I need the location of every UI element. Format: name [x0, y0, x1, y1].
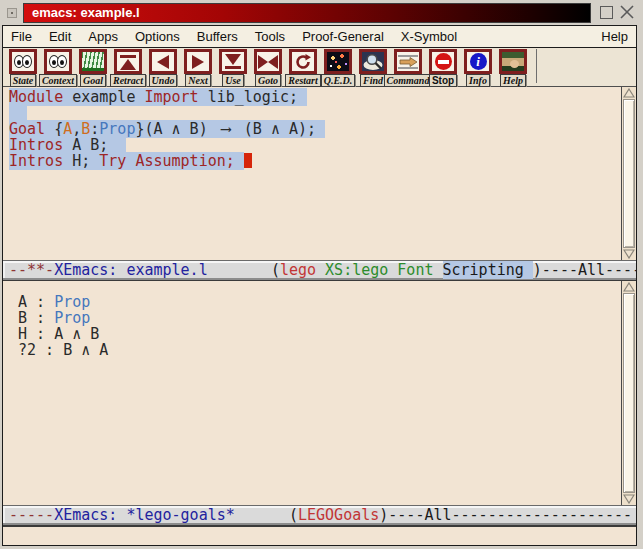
toolbar-button-goal[interactable]: Goal: [76, 49, 110, 87]
close-icon: [619, 4, 635, 20]
fireworks-icon: [324, 49, 352, 74]
buffer-name: XEmacs: *lego-goals*: [54, 506, 235, 524]
buffer-name: XEmacs: example.l: [54, 261, 208, 279]
scrollbar-down-arrow-icon[interactable]: [622, 248, 636, 260]
undo-left-triangle-icon: [149, 49, 177, 74]
scrollbar-up-arrow-icon[interactable]: [622, 281, 636, 293]
toolbar-label-state: State: [10, 74, 37, 87]
major-mode: lego: [280, 261, 316, 279]
script-buffer[interactable]: Module example Import lib_logic; Goal {A…: [3, 87, 636, 260]
no-entry-icon: [429, 49, 457, 74]
script-buffer-scrollbar[interactable]: [621, 87, 636, 260]
next-right-triangle-icon: [184, 49, 212, 74]
toolbar-button-command[interactable]: Command: [391, 49, 425, 87]
toolbar-separator: [536, 49, 537, 83]
titlebar[interactable]: emacs: example.l: [0, 0, 643, 25]
goals-modeline[interactable]: -----XEmacs: *lego-goals* (LEGOGoals)---…: [3, 505, 636, 526]
script-modeline[interactable]: --**-XEmacs: example.l (lego XS:lego Fon…: [3, 260, 636, 281]
minibuffer-echo-area[interactable]: [3, 526, 636, 545]
menu-help[interactable]: Help: [601, 29, 628, 44]
menu-edit[interactable]: Edit: [49, 29, 71, 44]
goals-line-2: B : Prop: [9, 310, 636, 326]
text-cursor: [244, 153, 252, 168]
toolbar-button-goto[interactable]: Goto: [251, 49, 285, 87]
eyes-icon: [9, 49, 37, 74]
goals-line-1: A : Prop: [9, 294, 636, 310]
eyes-icon: [44, 49, 72, 74]
toolbar-label-goal: Goal: [80, 74, 106, 87]
restart-circular-arrow-icon: [289, 49, 317, 74]
goals-buffer[interactable]: A : Prop B : Prop H : A ∧ B ?2 : B ∧ A: [3, 281, 636, 505]
goals-line-4: ?2 : B ∧ A: [9, 342, 636, 358]
menu-file[interactable]: File: [11, 29, 32, 44]
use-to-bottom-icon: [219, 49, 247, 74]
pointing-hand-icon: [394, 49, 422, 74]
window-menu-button[interactable]: [7, 8, 17, 18]
script-line-1: Module example Import lib_logic;: [9, 89, 636, 105]
xemacs-window: emacs: example.l File Edit Apps Options …: [0, 0, 643, 549]
magnifier-cloud-icon: [359, 49, 387, 74]
menu-x-symbol[interactable]: X-Symbol: [401, 29, 457, 44]
goals-line-3: H : A ∧ B: [9, 326, 636, 342]
toolbar-button-restart[interactable]: Restart: [286, 49, 320, 87]
toolbar-button-context[interactable]: Context: [41, 49, 75, 87]
toolbar-label-stop: Stop: [429, 74, 457, 87]
menu-tools[interactable]: Tools: [255, 29, 285, 44]
goals-buffer-scrollbar[interactable]: [621, 281, 636, 505]
toolbar-button-retract[interactable]: Retract: [111, 49, 145, 87]
scrollbar-up-arrow-icon[interactable]: [622, 87, 636, 99]
close-button[interactable]: [619, 4, 635, 20]
script-line-3: Goal {A,B:Prop}(A ∧ B) ⟶ (B ∧ A);: [9, 121, 636, 137]
goal-picture-icon: [79, 49, 107, 74]
menubar: File Edit Apps Options Buffers Tools Pro…: [3, 26, 636, 48]
toolbar-button-next[interactable]: Next: [181, 49, 215, 87]
goto-bowtie-icon: [254, 49, 282, 74]
menu-options[interactable]: Options: [135, 29, 180, 44]
toolbar-label-goto: Goto: [255, 74, 281, 87]
menu-proof-general[interactable]: Proof-General: [302, 29, 384, 44]
toolbar-button-undo[interactable]: Undo: [146, 49, 180, 87]
toolbar-button-help[interactable]: Help: [496, 49, 530, 87]
info-circle-icon: i: [464, 49, 492, 74]
toolbar-label-find: Find: [360, 74, 386, 87]
toolbar-button-qed[interactable]: Q.E.D.: [321, 49, 355, 87]
scrollbar-thumb[interactable]: [623, 99, 635, 248]
script-line-4: Intros A B;: [9, 137, 636, 153]
script-line-2: [9, 105, 636, 121]
window-title: emacs: example.l: [23, 3, 591, 23]
officer-photo-icon: [499, 49, 527, 74]
toolbar-label-retract: Retract: [110, 74, 146, 87]
toolbar-label-qed-restart: Restart: [285, 74, 320, 87]
maximize-button[interactable]: [600, 6, 613, 19]
scripting-minor-mode: Scripting: [443, 261, 533, 279]
frame-client-area: File Edit Apps Options Buffers Tools Pro…: [2, 25, 637, 546]
scrollbar-thumb[interactable]: [623, 293, 635, 493]
toolbar-label-qed: Q.E.D.: [321, 74, 356, 87]
major-mode: LEGOGoals: [298, 506, 379, 524]
toolbar-button-state[interactable]: State: [6, 49, 40, 87]
toolbar-label-info: Info: [466, 74, 490, 87]
toolbar-button-stop[interactable]: Stop: [426, 49, 460, 87]
toolbar-label-undo: Undo: [149, 74, 178, 87]
toolbar-button-info[interactable]: i Info: [461, 49, 495, 87]
retract-to-top-icon: [114, 49, 142, 74]
toolbar-label-help: Help: [500, 74, 526, 87]
proof-general-toolbar: State Context Goal Retract Undo Next: [3, 48, 636, 87]
scrollbar-down-arrow-icon[interactable]: [622, 493, 636, 505]
menu-apps[interactable]: Apps: [88, 29, 118, 44]
toolbar-label-context: Context: [39, 74, 77, 87]
long-arrow-glyph: ⟶: [217, 121, 235, 137]
toolbar-label-use: Use: [222, 74, 244, 87]
toolbar-label-next: Next: [185, 74, 210, 87]
toolbar-button-use[interactable]: Use: [216, 49, 250, 87]
menu-buffers[interactable]: Buffers: [197, 29, 238, 44]
info-glyph: i: [470, 53, 487, 70]
script-line-5: Intros H; Try Assumption;: [9, 153, 636, 169]
